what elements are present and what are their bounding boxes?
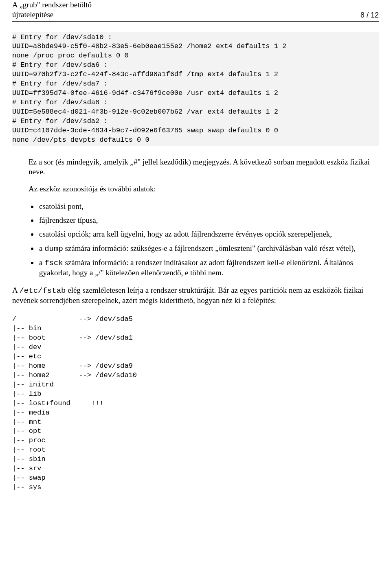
list-item-text: fájlrendszer típusa,: [39, 216, 98, 224]
list-item: a dump számára információ: szükséges-e a…: [38, 244, 379, 254]
list-item: csatolási pont,: [38, 202, 379, 211]
page: A „grub" rendszer betöltő újratelepítése…: [0, 0, 391, 509]
list-item: fájlrendszer típusa,: [38, 215, 379, 225]
attributes-list: csatolási pont, fájlrendszer típusa, csa…: [29, 202, 379, 278]
inline-code-dump: dump: [44, 244, 63, 253]
inline-code-fsck: fsck: [44, 259, 63, 268]
page-number: 8 / 12: [360, 11, 379, 20]
paragraph-device-id-intro: Az eszköz azonosítója és további adatok:: [29, 184, 379, 194]
paragraph-fstab-structure: A /etc/fstab elég szemléletesen leírja a…: [12, 285, 379, 306]
list-item: a fsck számára információ: a rendszer in…: [38, 258, 379, 278]
list-item-text: csatolási pont,: [39, 202, 83, 211]
paragraph-comment-explanation: Ez a sor (és mindegyik, amelyik „#" jell…: [29, 157, 379, 177]
inline-code-etcfstab: /etc/fstab: [19, 286, 66, 295]
list-item-text-post: számára információ: szükséges-e a fájlre…: [63, 244, 356, 252]
header-title-line2: újratelepítése: [12, 10, 53, 19]
list-item-text-post: számára információ: a rendszer indításak…: [39, 258, 353, 277]
list-item-text-pre: a: [39, 258, 44, 267]
list-item-text: csatolási opciók; arra kell ügyelni, hog…: [39, 230, 332, 238]
directory-tree-block: / --> /dev/sda5 |-- bin |-- boot --> /de…: [12, 313, 379, 492]
page-header: A „grub" rendszer betöltő újratelepítése…: [12, 0, 379, 22]
fstab-code-block: # Entry for /dev/sda10 : UUID=a8bde949-c…: [12, 32, 379, 146]
header-title: A „grub" rendszer betöltő újratelepítése: [12, 0, 92, 20]
list-item: csatolási opciók; arra kell ügyelni, hog…: [38, 229, 379, 239]
list-item-text-pre: a: [39, 244, 44, 252]
para3-pre: A: [12, 286, 19, 294]
header-title-line1: A „grub" rendszer betöltő: [12, 0, 92, 9]
